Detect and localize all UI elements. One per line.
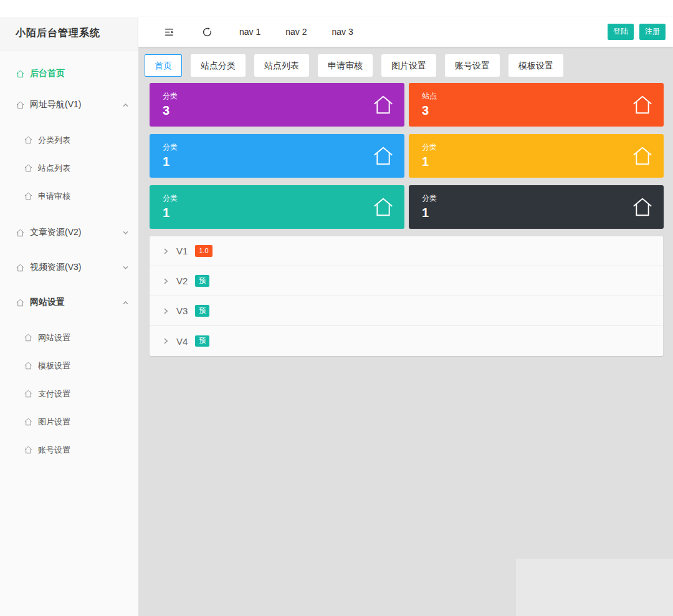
home-icon [24, 417, 33, 426]
app-title: 小陌后台管理系统 [0, 17, 138, 51]
chevron-up-icon [122, 299, 130, 307]
sidebar-group-label: 网址导航(V1) [30, 99, 81, 110]
menu-fold-icon[interactable] [163, 26, 175, 38]
version-row-v4[interactable]: V4 预 [150, 326, 663, 356]
stat-card-label: 站点 [422, 91, 651, 102]
home-icon [16, 69, 25, 79]
home-icon [24, 333, 33, 342]
top-navbar: nav 1 nav 2 nav 3 登陆 注册 [138, 17, 673, 47]
stat-card-value: 3 [163, 103, 391, 118]
sidebar-group-site-settings[interactable]: 网站设置 [0, 285, 138, 320]
chevron-up-icon [122, 101, 130, 109]
home-icon [24, 135, 33, 145]
sidebar-item-label: 支付设置 [38, 388, 70, 400]
sidebar-group-video[interactable]: 视频资源(V3) [0, 250, 138, 285]
tab-bar: 首页 站点分类 站点列表 申请审核 图片设置 账号设置 模板设置 [145, 54, 664, 77]
sidebar-sublist: 网站设置 模板设置 支付设置 图片设置 账号设置 [0, 320, 138, 469]
nav-link-3[interactable]: nav 3 [332, 27, 353, 37]
sidebar-item-label: 模板设置 [38, 360, 70, 372]
chevron-right-icon [161, 277, 170, 286]
home-icon [631, 144, 654, 168]
chevron-right-icon [161, 247, 170, 256]
version-row-v3[interactable]: V3 预 [150, 296, 663, 326]
home-icon [631, 93, 654, 117]
sidebar-group-label: 视频资源(V3) [30, 262, 81, 273]
sidebar-item-site-settings[interactable]: 网站设置 [0, 324, 138, 352]
sidebar-item-site-list[interactable]: 站点列表 [0, 154, 138, 182]
sidebar-item-image-settings[interactable]: 图片设置 [0, 408, 138, 436]
stat-card-value: 1 [163, 206, 391, 220]
sidebar-item-payment-settings[interactable]: 支付设置 [0, 380, 138, 408]
version-badge: 预 [195, 335, 209, 347]
register-button[interactable]: 注册 [639, 24, 666, 40]
version-label: V1 [176, 246, 188, 256]
stat-card-label: 分类 [422, 142, 651, 153]
version-row-v1[interactable]: V1 1.0 [150, 236, 663, 266]
stat-card-category-blue: 分类 1 [150, 134, 404, 178]
chevron-down-icon [122, 229, 130, 237]
home-icon [16, 298, 25, 307]
stat-card-label: 分类 [163, 193, 391, 204]
home-icon [371, 144, 395, 168]
stat-card-category-teal: 分类 1 [150, 185, 404, 229]
sidebar-group-article[interactable]: 文章资源(V2) [0, 215, 138, 250]
stat-card-value: 1 [422, 155, 651, 169]
stat-card-category-dark: 分类 1 [409, 185, 664, 229]
version-row-v2[interactable]: V2 预 [150, 266, 663, 296]
sidebar-item-label: 分类列表 [38, 135, 70, 146]
version-label: V2 [176, 276, 188, 286]
sidebar-item-label: 账号设置 [38, 445, 70, 456]
home-icon [24, 389, 33, 398]
stat-card-category-yellow: 分类 1 [409, 134, 664, 178]
tab-image-settings[interactable]: 图片设置 [381, 54, 436, 77]
nav-link-1[interactable]: nav 1 [239, 27, 260, 37]
sidebar-item-label: 后台首页 [30, 68, 65, 79]
version-label: V4 [176, 336, 188, 347]
stat-card-site-orange: 站点 3 [409, 83, 664, 127]
sidebar-item-label: 网站设置 [38, 332, 70, 344]
home-icon [16, 100, 25, 110]
tab-home[interactable]: 首页 [145, 54, 182, 77]
sidebar-group-label: 文章资源(V2) [30, 227, 81, 238]
login-button[interactable]: 登陆 [608, 24, 634, 40]
home-icon [24, 163, 33, 173]
home-icon [371, 93, 395, 117]
tab-site-list[interactable]: 站点列表 [254, 54, 309, 77]
home-icon [24, 191, 33, 201]
home-icon [24, 361, 33, 370]
chevron-right-icon [161, 337, 170, 345]
stat-card-label: 分类 [163, 142, 391, 153]
tab-template-settings[interactable]: 模板设置 [508, 54, 563, 77]
sidebar-group-url-nav[interactable]: 网址导航(V1) [0, 87, 138, 122]
tab-apply-review[interactable]: 申请审核 [318, 54, 373, 77]
stat-card-value: 3 [422, 103, 651, 118]
home-icon [631, 195, 654, 219]
stat-card-value: 1 [163, 155, 391, 169]
version-panel: V1 1.0 V2 预 V3 预 V4 预 [150, 236, 663, 356]
version-badge: 1.0 [195, 245, 212, 256]
sidebar-item-category-list[interactable]: 分类列表 [0, 126, 138, 154]
nav-link-2[interactable]: nav 2 [285, 27, 307, 37]
home-icon [16, 263, 25, 272]
stat-cards: 分类 3 站点 3 分类 1 分类 1 分类 1 分类 1 [150, 83, 664, 229]
chevron-right-icon [161, 307, 170, 315]
sidebar-menu: 后台首页 网址导航(V1) 分类列表 站点列表 申请审核 文章资源(V2) [0, 51, 138, 469]
sidebar-item-label: 图片设置 [38, 416, 70, 428]
home-icon [24, 445, 33, 455]
tab-site-category[interactable]: 站点分类 [191, 54, 246, 77]
version-badge: 预 [195, 275, 209, 286]
home-icon [16, 228, 25, 238]
version-badge: 预 [195, 305, 209, 316]
stat-card-label: 分类 [422, 193, 651, 204]
sidebar-sublist: 分类列表 站点列表 申请审核 [0, 122, 138, 215]
sidebar-item-label: 站点列表 [38, 163, 70, 174]
version-label: V3 [176, 306, 188, 316]
sidebar-item-account-settings[interactable]: 账号设置 [0, 436, 138, 464]
tab-account-settings[interactable]: 账号设置 [445, 54, 500, 77]
sidebar: 小陌后台管理系统 后台首页 网址导航(V1) 分类列表 站点列表 申请审核 [0, 17, 138, 616]
stat-card-category-purple: 分类 3 [150, 83, 404, 127]
sidebar-item-template-settings[interactable]: 模板设置 [0, 352, 138, 380]
refresh-icon[interactable] [201, 26, 213, 38]
sidebar-item-home[interactable]: 后台首页 [0, 60, 138, 87]
sidebar-item-apply-review[interactable]: 申请审核 [0, 182, 138, 210]
